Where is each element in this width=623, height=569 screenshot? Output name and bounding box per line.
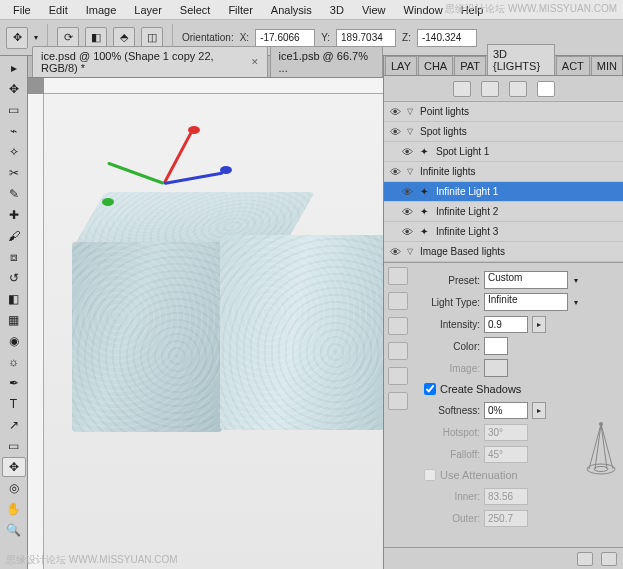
group-spot-lights[interactable]: 👁▽Spot lights	[384, 122, 623, 142]
ruler-horizontal	[44, 78, 383, 94]
side-icon-3[interactable]	[388, 317, 408, 335]
menu-window[interactable]: Window	[395, 2, 452, 18]
tool-crop[interactable]: ✂	[2, 163, 26, 183]
close-icon[interactable]: ✕	[251, 57, 259, 67]
group-image-based-lights[interactable]: 👁▽Image Based lights	[384, 242, 623, 262]
eye-icon[interactable]: 👁	[398, 143, 416, 161]
tool-stamp[interactable]: ⧈	[2, 247, 26, 267]
menu-view[interactable]: View	[353, 2, 395, 18]
tab-channels[interactable]: CHA	[418, 56, 453, 75]
group-point-lights[interactable]: 👁▽Point lights	[384, 102, 623, 122]
tool-pen[interactable]: ✒	[2, 373, 26, 393]
tab-paths[interactable]: PAT	[454, 56, 486, 75]
tool-blur[interactable]: ◉	[2, 331, 26, 351]
intensity-value[interactable]: 0.9	[484, 316, 528, 333]
tab-min[interactable]: MIN	[591, 56, 623, 75]
side-icon-1[interactable]	[388, 267, 408, 285]
intensity-stepper[interactable]: ▸	[532, 316, 546, 333]
color-swatch[interactable]	[484, 337, 508, 355]
tool-collapse-icon[interactable]: ▸	[2, 58, 26, 78]
svg-point-2	[599, 422, 603, 426]
tab-actions[interactable]: ACT	[556, 56, 590, 75]
x-value[interactable]: -17.6066	[255, 29, 315, 47]
side-icon-5[interactable]	[388, 367, 408, 385]
tool-shape[interactable]: ▭	[2, 436, 26, 456]
doc-tab-1[interactable]: ice1.psb @ 66.7% ...	[270, 46, 383, 77]
tool-zoom[interactable]: 🔍	[2, 520, 26, 540]
softness-stepper[interactable]: ▸	[532, 402, 546, 419]
tool-3d-camera[interactable]: ◎	[2, 478, 26, 498]
light-label: Infinite Light 3	[432, 226, 623, 237]
side-icon-6[interactable]	[388, 392, 408, 410]
z-label: Z:	[402, 32, 411, 43]
z-value[interactable]: -140.324	[417, 29, 477, 47]
menu-3d[interactable]: 3D	[321, 2, 353, 18]
eye-icon[interactable]: 👁	[386, 123, 404, 141]
tab-3d-lights[interactable]: 3D {LIGHTS}	[487, 44, 555, 75]
light-infinite-2[interactable]: 👁✦Infinite Light 2	[384, 202, 623, 222]
menu-filter[interactable]: Filter	[219, 2, 261, 18]
group-label: Infinite lights	[416, 166, 623, 177]
lighttype-select[interactable]: Infinite	[484, 293, 568, 311]
doc-tab-1-label: ice1.psb @ 66.7% ...	[279, 50, 374, 74]
tool-wand[interactable]: ✧	[2, 142, 26, 162]
tools-palette: ▸ ✥ ▭ ⌁ ✧ ✂ ✎ ✚ 🖌 ⧈ ↺ ◧ ▦ ◉ ☼ ✒ T ↗ ▭ ✥ …	[0, 56, 28, 569]
tool-lasso[interactable]: ⌁	[2, 121, 26, 141]
menu-layer[interactable]: Layer	[125, 2, 171, 18]
tool-gradient[interactable]: ▦	[2, 310, 26, 330]
side-icon-4[interactable]	[388, 342, 408, 360]
light-infinite-1[interactable]: 👁✦Infinite Light 1	[384, 182, 623, 202]
group-label: Image Based lights	[416, 246, 623, 257]
menu-analysis[interactable]: Analysis	[262, 2, 321, 18]
footer-trash-icon[interactable]	[601, 552, 617, 566]
panels: LAY CHA PAT 3D {LIGHTS} ACT MIN 👁▽Point …	[383, 56, 623, 569]
eye-icon[interactable]: 👁	[386, 243, 404, 261]
group-label: Spot lights	[416, 126, 623, 137]
tool-move[interactable]: ✥	[2, 79, 26, 99]
eye-icon[interactable]: 👁	[386, 163, 404, 181]
eye-icon[interactable]: 👁	[386, 103, 404, 121]
tool-type[interactable]: T	[2, 394, 26, 414]
filter-material-icon[interactable]	[509, 81, 527, 97]
group-infinite-lights[interactable]: 👁▽Infinite lights	[384, 162, 623, 182]
tool-3d-rotate[interactable]: ✥	[2, 457, 26, 477]
filter-mesh-icon[interactable]	[481, 81, 499, 97]
menu-file[interactable]: File	[4, 2, 40, 18]
current-tool-icon[interactable]: ✥	[6, 27, 28, 49]
svg-point-1	[594, 467, 608, 472]
svg-point-0	[587, 464, 615, 474]
menu-select[interactable]: Select	[171, 2, 220, 18]
tool-eraser[interactable]: ◧	[2, 289, 26, 309]
doc-tab-0[interactable]: ice.psd @ 100% (Shape 1 copy 22, RGB/8) …	[32, 46, 268, 77]
side-icon-2[interactable]	[388, 292, 408, 310]
footer-new-icon[interactable]	[577, 552, 593, 566]
tool-eyedropper[interactable]: ✎	[2, 184, 26, 204]
hotspot-label: Hotspot:	[414, 427, 480, 438]
tool-hand[interactable]: ✋	[2, 499, 26, 519]
color-label: Color:	[414, 341, 480, 352]
filter-scene-icon[interactable]	[453, 81, 471, 97]
eye-icon[interactable]: 👁	[398, 223, 416, 241]
image-label: Image:	[414, 363, 480, 374]
y-value[interactable]: 189.7034	[336, 29, 396, 47]
tool-heal[interactable]: ✚	[2, 205, 26, 225]
tool-brush[interactable]: 🖌	[2, 226, 26, 246]
eye-icon[interactable]: 👁	[398, 203, 416, 221]
softness-value[interactable]: 0%	[484, 402, 528, 419]
tool-marquee[interactable]: ▭	[2, 100, 26, 120]
tool-path[interactable]: ↗	[2, 415, 26, 435]
use-attenuation-checkbox	[424, 469, 436, 481]
filter-lights-icon[interactable]	[537, 81, 555, 97]
tab-layers[interactable]: LAY	[385, 56, 417, 75]
light-spot-1[interactable]: 👁✦Spot Light 1	[384, 142, 623, 162]
tool-dodge[interactable]: ☼	[2, 352, 26, 372]
tool-history[interactable]: ↺	[2, 268, 26, 288]
menu-image[interactable]: Image	[77, 2, 126, 18]
eye-icon[interactable]: 👁	[398, 183, 416, 201]
menu-edit[interactable]: Edit	[40, 2, 77, 18]
canvas[interactable]	[44, 94, 383, 569]
preset-select[interactable]: Custom	[484, 271, 568, 289]
light-infinite-3[interactable]: 👁✦Infinite Light 3	[384, 222, 623, 242]
panel-footer	[384, 547, 623, 569]
create-shadows-checkbox[interactable]	[424, 383, 436, 395]
